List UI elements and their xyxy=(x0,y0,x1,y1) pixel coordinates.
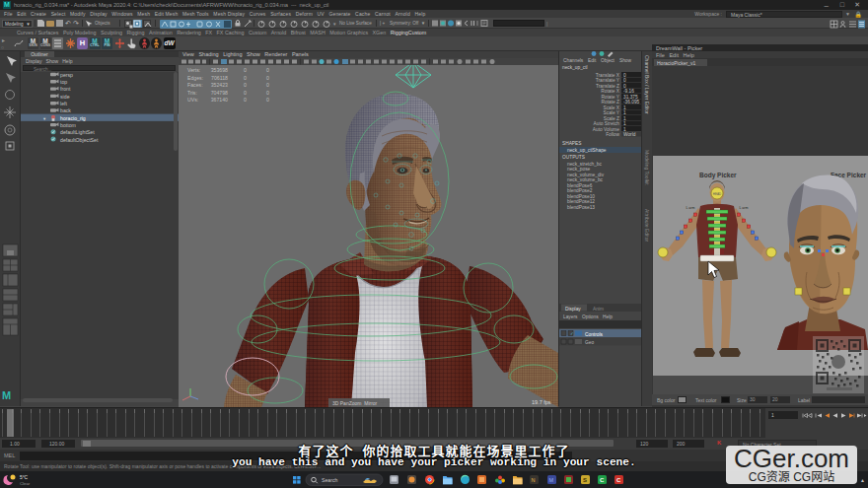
svg-text:S: S xyxy=(583,477,587,483)
svg-text:Faces:: Faces: xyxy=(187,82,203,88)
svg-text:neck_volume_bc: neck_volume_bc xyxy=(567,177,604,182)
svg-text:Help: Help xyxy=(603,314,613,319)
svg-text:Rotate Z: Rotate Z xyxy=(602,100,619,105)
svg-text:0: 0 xyxy=(623,84,626,89)
svg-text:blendPose6: blendPose6 xyxy=(567,183,593,188)
svg-text:Translate Y: Translate Y xyxy=(596,78,620,83)
svg-text:Layers: Layers xyxy=(563,314,578,319)
svg-text:706118: 706118 xyxy=(211,75,228,81)
svg-text:Channels: Channels xyxy=(563,58,584,63)
svg-text:Show: Show xyxy=(619,58,632,63)
svg-text:bottom: bottom xyxy=(60,122,76,128)
svg-text:Geo: Geo xyxy=(585,340,594,345)
svg-text:left: left xyxy=(60,101,67,106)
svg-text:horacio_rig: horacio_rig xyxy=(60,115,86,121)
svg-text:0: 0 xyxy=(244,97,247,103)
svg-text:neck_pose: neck_pose xyxy=(567,167,591,172)
svg-text:Rotate X: Rotate X xyxy=(601,89,619,94)
svg-text:neck_up_ctlShape: neck_up_ctlShape xyxy=(567,148,607,153)
svg-text:blendPose13: blendPose13 xyxy=(567,205,595,210)
svg-text:front: front xyxy=(60,86,71,92)
svg-text:Scale X: Scale X xyxy=(603,105,619,110)
svg-text:neck_volume_div: neck_volume_div xyxy=(567,173,605,177)
svg-text:HEAD: HEAD xyxy=(713,192,722,196)
svg-text:0: 0 xyxy=(266,97,269,103)
svg-text:Auto Volume: Auto Volume xyxy=(593,127,620,132)
svg-text:Controls: Controls xyxy=(585,332,603,337)
svg-text:352423: 352423 xyxy=(211,82,228,88)
svg-text:Anim: Anim xyxy=(593,307,604,312)
svg-text:-36.095: -36.095 xyxy=(623,100,640,105)
svg-text:3D PanZoom Mirror: 3D PanZoom Mirror xyxy=(332,400,378,406)
svg-text:Auto Stretch: Auto Stretch xyxy=(594,121,620,126)
svg-text:defaultLightSet: defaultLightSet xyxy=(60,129,95,135)
svg-text:Verts:: Verts: xyxy=(187,67,200,73)
svg-text:C: C xyxy=(600,477,605,483)
svg-text:M: M xyxy=(549,477,554,483)
svg-text:Search: Search xyxy=(322,477,338,483)
svg-text:1: 1 xyxy=(623,110,626,115)
svg-text:704798: 704798 xyxy=(211,90,228,96)
svg-text:L arm: L arm xyxy=(687,206,695,210)
svg-text:M: M xyxy=(2,389,11,401)
svg-text:blendPose2: blendPose2 xyxy=(567,188,593,193)
svg-text:✓: ✓ xyxy=(570,331,574,336)
svg-text:0: 0 xyxy=(623,78,626,83)
svg-text:N: N xyxy=(532,477,536,483)
svg-text:UVs:: UVs: xyxy=(187,97,198,103)
svg-text:Options: Options xyxy=(582,314,599,319)
svg-text:Follow: Follow xyxy=(606,132,619,137)
svg-text:blendPose12: blendPose12 xyxy=(567,199,595,204)
svg-text:0: 0 xyxy=(244,75,247,81)
svg-text:0: 0 xyxy=(244,90,247,96)
svg-text:neck_stretch_bc: neck_stretch_bc xyxy=(567,162,603,167)
svg-text:persp: persp xyxy=(60,72,73,78)
svg-text:Tris:: Tris: xyxy=(187,90,197,96)
svg-text:Display: Display xyxy=(565,307,581,312)
svg-text:1: 1 xyxy=(623,116,626,121)
svg-text:0: 0 xyxy=(266,82,269,88)
svg-text:Clear: Clear xyxy=(20,481,31,486)
svg-text:back: back xyxy=(60,107,71,113)
svg-text:5°C: 5°C xyxy=(20,475,29,480)
svg-text:Scale Z: Scale Z xyxy=(604,116,619,121)
svg-text:OUTPUTS: OUTPUTS xyxy=(562,155,585,160)
svg-text:▲: ▲ xyxy=(860,477,865,483)
svg-text:0: 0 xyxy=(266,67,269,73)
svg-text:1: 1 xyxy=(623,121,626,126)
svg-text:L arm: L arm xyxy=(740,206,749,210)
svg-text:Scale Y: Scale Y xyxy=(604,110,620,115)
svg-text:Translate X: Translate X xyxy=(596,73,620,78)
svg-text:blendPose10: blendPose10 xyxy=(567,194,595,199)
svg-text:Edges:: Edges: xyxy=(187,75,203,81)
svg-text:-9.16: -9.16 xyxy=(623,89,634,94)
svg-text:top: top xyxy=(60,79,67,85)
svg-text:0: 0 xyxy=(266,90,269,96)
svg-text:19.7 fps: 19.7 fps xyxy=(532,399,551,405)
svg-text:0: 0 xyxy=(266,75,269,81)
svg-text:C: C xyxy=(616,477,621,483)
svg-text:31.375: 31.375 xyxy=(623,95,638,100)
svg-text:defaultObjectSet: defaultObjectSet xyxy=(60,137,99,143)
svg-text:Rotate Y: Rotate Y xyxy=(601,95,619,100)
svg-text:0: 0 xyxy=(623,73,626,78)
svg-text:Object: Object xyxy=(601,58,615,63)
svg-text:1: 1 xyxy=(623,105,626,110)
svg-text:367140: 367140 xyxy=(211,97,228,103)
svg-text:World: World xyxy=(623,132,636,137)
svg-text:Body Picker: Body Picker xyxy=(699,172,737,179)
svg-text:side: side xyxy=(60,94,70,100)
svg-text:SHAPES: SHAPES xyxy=(562,141,581,146)
svg-text:0: 0 xyxy=(244,67,247,73)
svg-text:353698: 353698 xyxy=(211,67,228,73)
svg-text:Translate Z: Translate Z xyxy=(596,84,619,89)
svg-text:0: 0 xyxy=(244,82,247,88)
svg-text:1: 1 xyxy=(623,127,626,132)
svg-text:Edit: Edit xyxy=(588,58,597,63)
svg-text:neck_up_ctl: neck_up_ctl xyxy=(562,65,588,70)
